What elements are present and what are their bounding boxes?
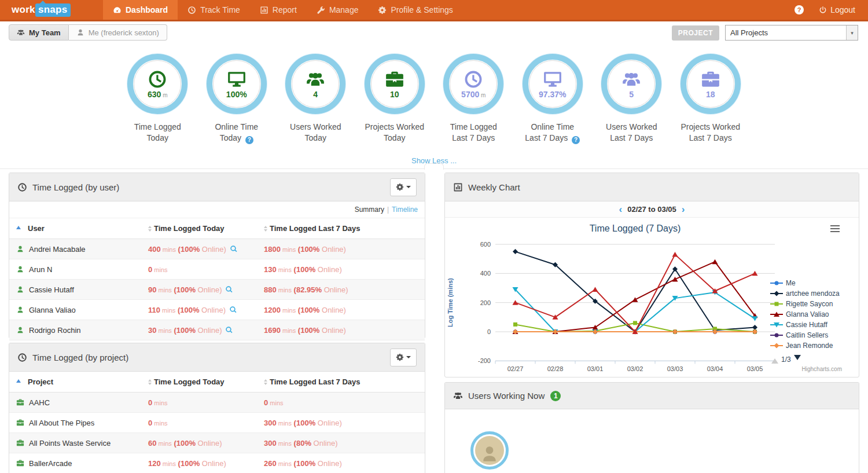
logout-button[interactable]: Logout xyxy=(819,5,855,14)
col-project[interactable]: Project xyxy=(28,377,53,386)
collapse-handle[interactable] xyxy=(424,163,444,170)
table-row-all-points-waste-service: All Points Waste Service 60 mins (100% O… xyxy=(9,433,425,453)
chevron-down-icon xyxy=(406,186,411,190)
tab-my-team[interactable]: My Team xyxy=(9,24,69,41)
gauge-icon xyxy=(113,6,122,14)
time-week-cell: 260 mins (100% Online) xyxy=(264,459,425,468)
nav-item-profile-settings[interactable]: Profile & Settings xyxy=(368,0,462,20)
sort-icon[interactable] xyxy=(264,379,267,385)
search-icon[interactable] xyxy=(230,245,238,253)
chevron-down-icon[interactable]: ▾ xyxy=(846,25,858,40)
briefcase-icon xyxy=(16,419,24,427)
search-icon[interactable] xyxy=(225,285,233,294)
stat-label: Projects WorkedLast 7 Days xyxy=(671,122,751,144)
chart-menu-icon[interactable] xyxy=(830,225,840,234)
section-divider xyxy=(0,168,868,169)
legend-item-jean-remonde[interactable]: Jean Remonde xyxy=(770,340,840,351)
view-summary[interactable]: Summary xyxy=(355,206,384,214)
row-name: Cassie Hutaff xyxy=(29,285,74,294)
next-week-chevron-icon[interactable]: › xyxy=(682,204,685,214)
highcharts-credits[interactable]: Highcharts.com xyxy=(802,366,842,372)
panel-header: Weekly Chart xyxy=(445,173,859,201)
legend-marker-icon xyxy=(770,322,783,328)
navbar-right: ? Logout xyxy=(795,0,855,20)
sort-icon[interactable] xyxy=(264,226,267,232)
nav-item-track-time[interactable]: Track Time xyxy=(178,0,250,20)
row-name: Rodrigo Rochin xyxy=(29,326,81,335)
row-name: BallerArcade xyxy=(29,459,72,468)
avatar[interactable] xyxy=(470,431,509,470)
table-header: User Time Logged Today Time Logged Last … xyxy=(9,218,425,239)
briefcase-icon xyxy=(16,459,24,467)
panel-header: Time Logged (by user) xyxy=(9,173,425,201)
project-label: PROJECT xyxy=(672,25,719,41)
worksnaps-logo[interactable]: worksnaps xyxy=(12,0,98,20)
svg-text:03/02: 03/02 xyxy=(627,365,643,372)
legend-item-me[interactable]: Me xyxy=(770,278,840,288)
stat-users-worked-today: 4 Users WorkedToday xyxy=(276,54,355,144)
time-week-cell: 880 mins (82.95% Online) xyxy=(264,285,425,294)
nav-item-manage[interactable]: Manage xyxy=(307,0,369,20)
legend-item-artchee-mendoza[interactable]: artchee mendoza xyxy=(770,288,840,299)
table-row-aahc: AAHC 0 mins 0 mins xyxy=(9,393,425,413)
sort-icon[interactable] xyxy=(148,379,152,385)
legend-item-rigette-saycon[interactable]: Rigette Saycon xyxy=(770,299,840,309)
time-week-cell: 1800 mins (100% Online) xyxy=(264,245,425,254)
help-icon[interactable]: ? xyxy=(572,136,580,144)
help-icon[interactable]: ? xyxy=(795,5,804,14)
sort-icon[interactable] xyxy=(148,226,152,232)
col-week[interactable]: Time Logged Last 7 Days xyxy=(270,224,361,233)
legend-page: 1/3 xyxy=(781,355,791,364)
time-today-cell: 0 mins xyxy=(148,398,264,407)
panel-settings-button[interactable] xyxy=(390,349,417,366)
legend-marker-icon xyxy=(770,332,783,338)
table-header: Project Time Logged Today Time Logged La… xyxy=(9,372,425,393)
stat-label: Users WorkedLast 7 Days xyxy=(592,122,671,144)
legend-next-icon[interactable] xyxy=(794,355,801,364)
project-select[interactable]: All Projects ▾ xyxy=(725,25,858,41)
nav-item-report[interactable]: Report xyxy=(250,0,307,20)
col-today[interactable]: Time Logged Today xyxy=(154,224,225,233)
stat-value: 97.37% xyxy=(539,90,566,99)
stat-label: Online TimeLast 7 Days ? xyxy=(513,122,593,144)
view-timeline-link[interactable]: Timeline xyxy=(392,206,418,214)
panel-settings-button[interactable] xyxy=(390,178,417,196)
stat-online-time-last-7-days: 97.37% Online TimeLast 7 Days ? xyxy=(513,54,593,144)
tab-me-frederick-sexton[interactable]: Me (frederick sexton) xyxy=(69,24,167,41)
table-row-andrei-macabale: Andrei Macabale 400 mins (100% Online) 1… xyxy=(9,239,425,259)
nav-item-dashboard[interactable]: Dashboard xyxy=(103,0,178,20)
user-icon xyxy=(16,326,24,334)
help-icon[interactable]: ? xyxy=(245,136,253,144)
sort-asc-icon[interactable] xyxy=(16,377,21,383)
col-user[interactable]: User xyxy=(28,224,45,233)
legend-item-cassie-hutaff[interactable]: Cassie Hutaff xyxy=(770,320,840,330)
stat-label: Projects WorkedToday xyxy=(355,122,435,144)
col-today[interactable]: Time Logged Today xyxy=(154,377,225,386)
svg-text:03/04: 03/04 xyxy=(707,365,723,372)
user-icon xyxy=(16,306,24,314)
panel-title: Weekly Chart xyxy=(468,182,520,192)
clock-icon xyxy=(464,69,483,89)
toolbar: My Team Me (frederick sexton) PROJECT Al… xyxy=(0,24,868,43)
panel-users-working-now: Users Working Now 1 xyxy=(444,382,859,473)
briefcase-icon xyxy=(16,439,24,447)
table-row-arun-n: Arun N 0 mins 130 mins (100% Online) xyxy=(9,259,425,280)
col-week[interactable]: Time Logged Last 7 Days xyxy=(270,377,361,386)
sort-asc-icon[interactable] xyxy=(16,223,21,229)
wrench-icon xyxy=(317,6,325,14)
search-icon[interactable] xyxy=(229,306,237,314)
table-row-cassie-hutaff: Cassie Hutaff 90 mins (100% Online) 880 … xyxy=(9,280,425,300)
gear-icon xyxy=(378,6,387,14)
legend-marker-icon xyxy=(770,343,783,349)
monitor-icon xyxy=(227,69,247,89)
search-icon[interactable] xyxy=(225,326,233,334)
stat-label: Time LoggedToday xyxy=(118,122,197,144)
time-today-cell: 120 mins (100% Online) xyxy=(148,459,264,468)
row-name: All About The Pipes xyxy=(29,419,94,427)
legend-item-caitlin-sellers[interactable]: Caitlin Sellers xyxy=(770,330,840,340)
time-week-cell: 0 mins xyxy=(264,398,425,407)
legend-prev-icon[interactable] xyxy=(771,355,778,364)
legend-item-glanna-valiao[interactable]: Glanna Valiao xyxy=(770,309,840,320)
prev-week-chevron-icon[interactable]: ‹ xyxy=(619,204,623,214)
svg-text:03/03: 03/03 xyxy=(667,365,683,372)
